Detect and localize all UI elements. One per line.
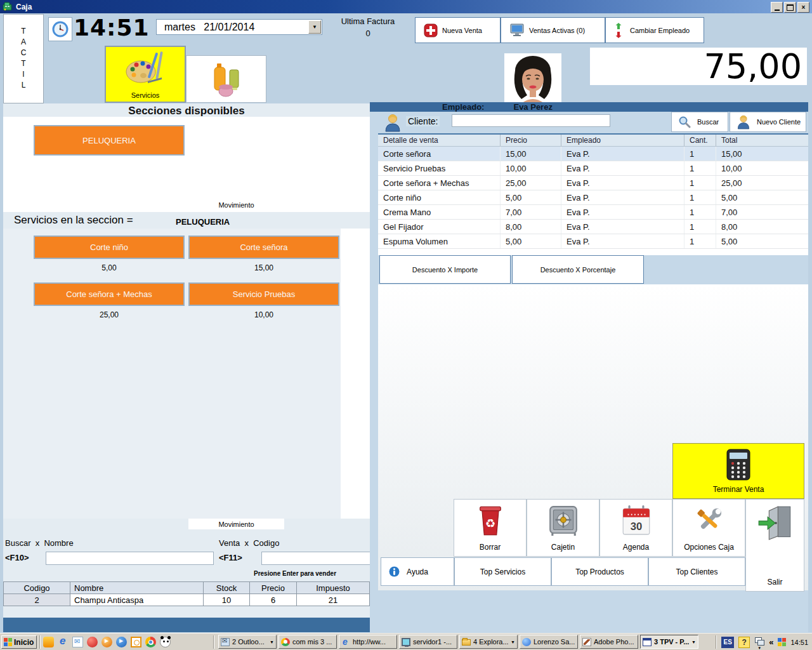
sale-table-row[interactable]: Corte señora15,00Eva P.115,00 <box>378 147 808 161</box>
nuevo-cliente-label: Nuevo Cliente <box>757 118 801 126</box>
sale-table-row[interactable]: Gel Fijador8,00Eva P.18,00 <box>378 220 808 234</box>
sale-table-row[interactable]: Crema Mano7,00Eva P.17,00 <box>378 205 808 220</box>
terminar-venta-label: Terminar Venta <box>713 485 764 494</box>
product-column-header: Nombre <box>70 582 204 594</box>
taskbar-task-button[interactable]: http://ww... <box>339 635 397 649</box>
messenger-icon[interactable] <box>43 637 54 647</box>
sale-table-body: Corte señora15,00Eva P.115,00Servicio Pr… <box>378 147 808 249</box>
tab-servicios[interactable]: Servicios <box>105 46 186 103</box>
sale-table-row[interactable]: Espuma Volumen5,00Eva P.15,00 <box>378 234 808 249</box>
ayuda-button[interactable]: Ayuda <box>381 557 454 586</box>
ventas-activas-button[interactable]: Ventas Activas (0) <box>501 17 605 43</box>
nueva-venta-label: Nueva Venta <box>442 27 482 34</box>
taskbar-task-button[interactable]: com mis 3 ... <box>278 635 337 649</box>
taskbar-task-button[interactable]: 3 TPV - P...▼ <box>640 635 698 649</box>
task-label: servidor1 -... <box>413 638 455 646</box>
buscar-button[interactable]: Buscar <box>671 112 728 132</box>
product-table-body: 2Champu Anticaspa10621 <box>4 594 369 606</box>
maximize-button[interactable] <box>784 2 796 13</box>
chevron-down-icon[interactable]: ▼ <box>270 640 274 644</box>
clock-app-icon[interactable] <box>131 637 141 647</box>
chevron-down-icon[interactable]: ▼ <box>511 640 515 644</box>
taskbar-task-button[interactable]: Adobe Pho... <box>580 635 638 649</box>
product-table-header: CodigoNombreStockPrecioImpuesto <box>4 582 369 594</box>
ie-icon[interactable] <box>58 637 69 647</box>
nueva-venta-button[interactable]: Nueva Venta <box>415 17 501 43</box>
sale-table-row[interactable]: Corte señora + Mechas25,00Eva P.125,00 <box>378 176 808 190</box>
product-table-row[interactable]: 2Champu Anticaspa10621 <box>4 594 369 606</box>
product-table-cell: 21 <box>297 594 369 606</box>
service-button-corte-nino[interactable]: Corte niño <box>34 235 185 259</box>
start-button[interactable]: Inicio <box>1 635 37 649</box>
close-button[interactable]: × <box>797 2 809 13</box>
salir-label: Salir <box>767 578 782 587</box>
panda-icon[interactable] <box>160 637 171 647</box>
opciones-caja-button[interactable]: Opciones Caja <box>672 499 745 557</box>
window-controls: × <box>771 2 809 13</box>
sale-table-cell: Servicio Pruebas <box>378 161 500 175</box>
salir-button[interactable]: Salir <box>745 499 804 592</box>
windows-flag-icon <box>4 638 12 646</box>
descuento-porcentaje-button[interactable]: Descuento X Porcentaje <box>512 255 644 284</box>
descuento-importe-button[interactable]: Descuento X Importe <box>379 255 511 284</box>
client-person-icon <box>384 113 402 135</box>
service-button-corte-senora-mechas[interactable]: Corte señora + Mechas <box>34 282 185 306</box>
movimiento-button-bottom[interactable]: Movimiento <box>188 519 284 529</box>
sale-table-cell: 1 <box>684 190 716 204</box>
play-icon[interactable] <box>116 637 127 647</box>
window-title: Caja <box>16 3 32 11</box>
clock-button[interactable] <box>48 17 72 41</box>
presione-enter-label: Presione Enter para vender <box>219 570 371 577</box>
cambiar-empleado-button[interactable]: Cambiar Empleado <box>605 17 704 43</box>
chevron-down-icon[interactable]: ▼ <box>308 20 321 34</box>
minimize-button[interactable] <box>771 2 783 13</box>
media-player-icon[interactable] <box>102 637 112 647</box>
taskbar-task-button[interactable]: Lorenzo Sa... <box>520 635 578 649</box>
venta-codigo-input[interactable] <box>261 552 371 565</box>
ventas-activas-label: Ventas Activas (0) <box>529 27 585 34</box>
topbar: TACTIL 14:51 martes 21/01/2014 ▼ Ultima … <box>0 13 812 103</box>
sale-table-cell: Corte señora + Mechas <box>378 176 500 190</box>
red-app-icon[interactable] <box>87 637 98 647</box>
outlook-express-icon[interactable] <box>72 637 83 647</box>
cliente-input[interactable] <box>452 114 610 127</box>
top-productos-button[interactable]: Top Productos <box>551 557 648 586</box>
buscar-nombre-input[interactable] <box>46 552 214 565</box>
service-button-servicio-pruebas[interactable]: Servicio Pruebas <box>188 282 339 306</box>
left-panel: Secciones disponibles PELUQUERIA Movimie… <box>3 103 370 632</box>
help-tray-icon[interactable]: ? <box>738 637 750 648</box>
cosmetics-icon <box>207 60 246 99</box>
service-button-corte-senora[interactable]: Corte señora <box>188 235 339 259</box>
product-table-cell: 6 <box>250 594 297 606</box>
tactil-label: TACTIL <box>19 27 28 91</box>
sale-table-cell: Eva P. <box>561 234 684 248</box>
network-tray-icon[interactable] <box>778 638 786 646</box>
top-servicios-button[interactable]: Top Servicios <box>454 557 551 586</box>
sale-table-row[interactable]: Corte niño5,00Eva P.15,00 <box>378 190 808 205</box>
caja-app-icon <box>3 2 13 11</box>
date-combobox[interactable]: martes 21/01/2014 ▼ <box>156 19 322 35</box>
collapse-chevron-icon[interactable]: « <box>769 637 773 647</box>
language-indicator[interactable]: ES <box>721 637 734 648</box>
sale-column-header: Detalle de venta <box>378 135 500 146</box>
service-price: 5,00 <box>34 263 185 272</box>
taskbar-task-button[interactable]: 4 Explora...▼ <box>459 635 518 649</box>
monitor-icon <box>509 23 525 37</box>
seccion-peluqueria-button[interactable]: PELUQUERIA <box>34 125 185 156</box>
top-clientes-button[interactable]: Top Clientes <box>648 557 745 586</box>
chevron-down-icon[interactable]: ▼ <box>691 640 696 644</box>
movimiento-button-top[interactable]: Movimiento <box>188 199 284 210</box>
borrar-button[interactable]: ♻ Borrar <box>454 499 527 557</box>
chrome-icon[interactable] <box>145 637 156 647</box>
nuevo-cliente-button[interactable]: Nuevo Cliente <box>730 112 806 132</box>
sale-table-header: Detalle de ventaPrecioEmpleadoCant.Total <box>378 135 808 147</box>
calculator-icon <box>726 449 751 481</box>
terminar-venta-button[interactable]: Terminar Venta <box>672 443 804 499</box>
taskbar-task-button[interactable]: servidor1 -... <box>399 635 457 649</box>
taskbar-task-button[interactable]: 2 Outloo...▼ <box>218 635 277 649</box>
tab-productos[interactable] <box>186 55 266 103</box>
sale-table-row[interactable]: Servicio Pruebas10,00Eva P.110,00 <box>378 161 808 176</box>
agenda-button[interactable]: 30 Agenda <box>599 499 672 557</box>
window-stack-tray-icon[interactable]: ▼ <box>754 637 764 647</box>
cajetin-button[interactable]: Cajetin <box>527 499 599 557</box>
